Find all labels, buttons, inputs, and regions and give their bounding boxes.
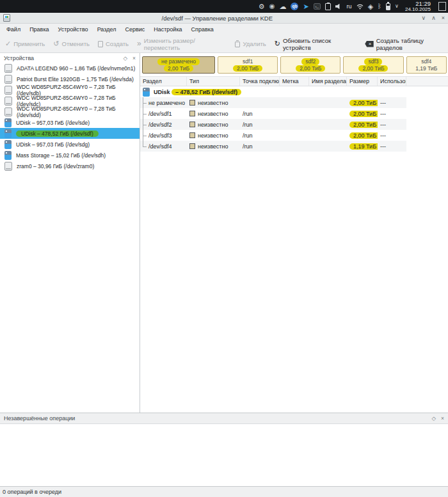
device-label: UDisk – 957,03 ГиБ (/dev/sdg) xyxy=(16,141,90,148)
menu-item[interactable]: Настройка xyxy=(149,25,186,34)
close-panel-icon[interactable]: × xyxy=(441,415,444,422)
expand-icon[interactable]: ∨ xyxy=(395,4,399,9)
device-item[interactable]: WDC WD85PURZ-85C4WY0 – 7,28 ТиБ (/dev/sd… xyxy=(0,106,140,117)
apply-button: ✓Применить xyxy=(5,40,45,47)
kdeconnect-icon[interactable]: ◈ xyxy=(368,3,373,10)
terminal-icon[interactable] xyxy=(314,3,321,10)
device-item[interactable]: ADATA LEGEND 960 – 1,86 ТиБ (/dev/nvme0n… xyxy=(0,63,140,74)
qbittorrent-icon[interactable]: qb xyxy=(291,3,298,10)
partition-segment[interactable]: sdf41,19 ТиБ xyxy=(406,56,447,74)
name-cell xyxy=(309,141,347,152)
menu-item[interactable]: Раздел xyxy=(93,25,121,34)
device-label: ADATA LEGEND 960 – 1,86 ТиБ (/dev/nvme0n… xyxy=(17,65,135,72)
devices-sidebar: Устройства ◇ × ADATA LEGEND 960 – 1,86 Т… xyxy=(0,53,140,413)
partition-segment-size: 2,00 ТиБ xyxy=(296,65,325,72)
cloud-icon[interactable]: ☁ xyxy=(279,3,286,10)
name-cell xyxy=(309,108,347,119)
refresh-devices-button[interactable]: ↻Обновить список устройств xyxy=(275,37,357,51)
partition-segment-size: 1,19 ТиБ xyxy=(415,65,437,72)
steam-icon[interactable]: ◉ xyxy=(269,3,275,10)
bluetooth-icon[interactable]: ᛒ xyxy=(378,3,381,10)
table-row[interactable]: /dev/sdf2неизвестно/run2,00 ТиБ--- xyxy=(140,119,406,130)
device-item[interactable]: zram0 – 30,96 ГиБ (/dev/zram0) xyxy=(0,161,140,171)
filesystem-type: неизвестно xyxy=(198,132,228,139)
label-cell xyxy=(280,97,309,108)
volume-icon[interactable] xyxy=(335,3,342,10)
partition-segment[interactable]: не размечено2,00 ТиБ xyxy=(142,56,215,74)
show-desktop-widget[interactable] xyxy=(438,2,446,11)
float-panel-icon[interactable]: ◇ xyxy=(123,55,127,61)
device-item[interactable]: UDisk – 957,03 ГиБ (/dev/sdg) xyxy=(0,139,140,150)
partition-segment[interactable]: sdf12,00 ТиБ xyxy=(218,56,278,74)
clipboard-icon[interactable] xyxy=(325,3,331,10)
close-button[interactable]: × xyxy=(442,15,445,21)
float-panel-icon[interactable]: ◇ xyxy=(431,415,436,422)
partition-segment[interactable]: sdf22,00 ТиБ xyxy=(280,56,340,74)
table-row[interactable]: не размеченонеизвестно2,00 ТиБ--- xyxy=(140,97,406,108)
menu-item[interactable]: Сервис xyxy=(120,25,149,34)
column-header[interactable]: Точка подключения xyxy=(240,77,280,86)
wifi-icon[interactable] xyxy=(356,4,364,10)
table-row[interactable]: /dev/sdf1неизвестно/run2,00 ТиБ--- xyxy=(140,108,406,119)
telegram-icon[interactable]: ➤ xyxy=(303,3,308,10)
device-item[interactable]: UDisk – 957,03 ГиБ (/dev/sde) xyxy=(0,117,140,128)
column-header[interactable]: Раздел xyxy=(140,77,187,86)
device-label: Patriot Burst Elite 1920GB – 1,75 ТиБ (/… xyxy=(17,76,134,83)
column-header[interactable]: Использовано xyxy=(378,77,406,86)
column-header[interactable]: Тип xyxy=(187,77,240,86)
menu-bar: ФайлПравкаУстройствоРазделСервисНастройк… xyxy=(0,24,448,35)
partition-segment-name: не размечено xyxy=(157,58,200,65)
filesystem-color-swatch xyxy=(189,111,195,116)
status-bar: 0 операций в очереди xyxy=(0,486,448,497)
language-indicator[interactable]: ru xyxy=(347,4,352,10)
type-cell: неизвестно xyxy=(187,130,240,141)
mount-cell: /run xyxy=(240,141,280,152)
tree-connector xyxy=(141,119,147,130)
toolbar-button-label: Создать таблицу разделов xyxy=(376,37,448,51)
menu-item[interactable]: Справка xyxy=(187,25,218,34)
partition-name: не размечено xyxy=(148,100,185,106)
filesystem-color-swatch xyxy=(189,100,195,106)
table-row[interactable]: /dev/sdf4неизвестно/run1,19 ТиБ--- xyxy=(140,141,406,152)
menu-item[interactable]: Правка xyxy=(25,25,53,34)
battery-icon[interactable] xyxy=(386,3,390,10)
menu-item[interactable]: Файл xyxy=(2,25,25,34)
usb-drive-icon xyxy=(143,88,150,97)
partition-cell: /dev/sdf1 xyxy=(140,108,187,119)
usb-drive-icon xyxy=(4,129,12,138)
maximize-button[interactable]: ∧ xyxy=(431,15,436,21)
new-partition-table-button[interactable]: Создать таблицу разделов xyxy=(365,37,448,51)
size-cell: 2,00 ТиБ xyxy=(347,97,378,108)
device-item[interactable]: Mass Storage – 15,02 ГиБ (/dev/sdh) xyxy=(0,150,140,161)
device-item[interactable]: Patriot Burst Elite 1920GB – 1,75 ТиБ (/… xyxy=(0,74,140,84)
column-header[interactable]: Размер xyxy=(347,77,378,86)
resize-icon: » xyxy=(137,40,141,47)
new-partition-table-icon xyxy=(365,41,373,47)
settings-gear-icon[interactable]: ⚙ xyxy=(259,3,265,10)
operations-list xyxy=(0,423,448,486)
partition-segment[interactable]: sdf32,00 ТиБ xyxy=(343,56,403,74)
device-row[interactable]: UDisk – 478,52 ГиБ (/dev/sdf) xyxy=(140,86,406,97)
type-cell: неизвестно xyxy=(187,97,240,108)
column-header[interactable]: Имя раздела xyxy=(309,77,347,86)
clock[interactable]: 21:29 24.10.2025 xyxy=(405,1,431,12)
tree-connector xyxy=(141,108,147,119)
size-cell: 1,19 ТиБ xyxy=(347,141,378,152)
usb-drive-icon xyxy=(4,118,12,127)
type-cell: неизвестно xyxy=(187,141,240,152)
device-item[interactable]: UDisk – 478,52 ГиБ (/dev/sdf) xyxy=(0,128,140,139)
device-label: UDisk – 478,52 ГиБ (/dev/sdf) xyxy=(16,130,99,137)
used-cell: --- xyxy=(378,141,406,152)
usb-drive-icon xyxy=(4,151,12,160)
toolbar-button-label: Изменить размер/переместить xyxy=(144,37,227,51)
close-panel-icon[interactable]: × xyxy=(132,55,136,61)
table-row[interactable]: /dev/sdf3неизвестно/run2,00 ТиБ--- xyxy=(140,130,406,141)
device-item[interactable]: WDC WD85PURZ-85C4WY0 – 7,28 ТиБ (/dev/sd… xyxy=(0,84,140,95)
device-item[interactable]: WDC WD85PURZ-85C4WY0 – 7,28 ТиБ (/dev/sd… xyxy=(0,95,140,106)
trash-icon xyxy=(235,42,240,47)
device-label: zram0 – 30,96 ГиБ (/dev/zram0) xyxy=(17,163,94,170)
column-header[interactable]: Метка xyxy=(280,77,309,86)
menu-item[interactable]: Устройство xyxy=(54,25,93,34)
minimize-button[interactable]: ∨ xyxy=(422,15,426,21)
clock-date: 24.10.2025 xyxy=(405,7,431,12)
